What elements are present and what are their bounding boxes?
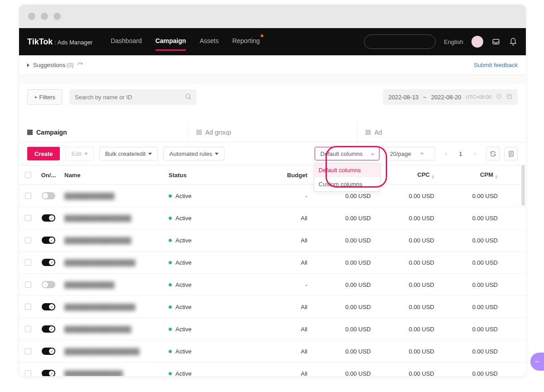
col-header-cpc[interactable]: CPC	[382, 171, 445, 179]
campaign-name[interactable]: ████████████	[64, 193, 115, 199]
col-header-cpm[interactable]: CPM	[445, 171, 509, 179]
table-header-row: On/... Name Status Budget CPC CPM	[19, 165, 526, 185]
row-toggle[interactable]: ✓	[42, 370, 55, 376]
row-toggle[interactable]: ✓	[42, 348, 55, 355]
nav-campaign[interactable]: Campaign	[155, 37, 186, 46]
status-dot-icon	[169, 239, 172, 242]
row-checkbox[interactable]	[25, 193, 31, 199]
bulk-create-button[interactable]: Bulk create/edit	[99, 147, 158, 160]
status-text: Active	[175, 281, 191, 288]
tab-adgroup-label: Ad group	[205, 129, 231, 136]
traffic-light-zoom[interactable]	[53, 13, 61, 20]
date-sep: ~	[423, 94, 427, 101]
status-text: Active	[175, 259, 191, 266]
row-checkbox[interactable]	[25, 215, 31, 221]
pager-next-button[interactable]: ›	[469, 147, 481, 160]
table-row: ✓█████████████████ActiveAll0.00 USD0.00 …	[19, 252, 526, 274]
filters-button-label: Filters	[39, 94, 55, 101]
automated-rules-button[interactable]: Automated rules	[163, 147, 224, 160]
columns-selector[interactable]: Default columns Default columns Custom c…	[315, 147, 379, 160]
export-button[interactable]	[504, 147, 518, 160]
row-toggle[interactable]: ✓	[42, 237, 55, 244]
pager-prev-button[interactable]: ‹	[440, 147, 452, 160]
date-from: 2022-08-13	[389, 94, 419, 101]
rules-label: Automated rules	[169, 150, 212, 157]
svg-point-6	[537, 361, 538, 362]
row-checkbox[interactable]	[25, 304, 31, 310]
row-toggle[interactable]: ✓	[42, 192, 55, 199]
svg-point-7	[538, 361, 539, 362]
columns-option-default[interactable]: Default columns	[314, 163, 380, 177]
cpc-value: 0.00 USD	[382, 237, 445, 244]
campaign-name[interactable]: ████████████████	[64, 326, 131, 333]
row-checkbox[interactable]	[25, 326, 31, 332]
level-tabs: Campaign Ad group Ad	[19, 122, 526, 142]
edit-button[interactable]: Edit	[65, 147, 93, 160]
date-to: 2022-08-20	[431, 94, 461, 101]
row-toggle[interactable]: ✓	[42, 259, 55, 266]
language-selector[interactable]: English	[444, 39, 463, 45]
table-scrollbar[interactable]	[521, 165, 525, 376]
row-checkbox[interactable]	[25, 348, 31, 354]
notification-dot-icon	[261, 34, 263, 37]
scrollbar-thumb[interactable]	[521, 165, 525, 206]
bulk-label: Bulk create/edit	[105, 150, 146, 157]
status-dot-icon	[169, 305, 172, 309]
cost-value: 0.00 USD	[318, 326, 382, 333]
page-size-selector[interactable]: 20/page	[384, 147, 435, 160]
campaign-name[interactable]: ████████████	[64, 281, 115, 288]
columns-dropdown: Default columns Custom columns	[314, 163, 380, 192]
tab-ad[interactable]: Ad	[357, 122, 526, 142]
search-input[interactable]	[69, 89, 196, 105]
bell-icon[interactable]	[509, 37, 518, 46]
traffic-light-minimize[interactable]	[41, 13, 48, 20]
chevron-down-icon	[215, 153, 219, 155]
user-avatar[interactable]	[471, 36, 483, 48]
cost-value: 0.00 USD	[318, 370, 382, 377]
table-row: ✓██████████████ActiveAll0.00 USD0.00 USD…	[19, 363, 526, 376]
campaign-name[interactable]: ██████████████	[64, 370, 123, 377]
select-all-checkbox[interactable]	[25, 172, 31, 178]
campaign-name[interactable]: █████████████████	[64, 304, 136, 310]
chat-fab-button[interactable]	[530, 353, 544, 371]
cpc-value: 0.00 USD	[382, 370, 445, 377]
row-checkbox[interactable]	[25, 259, 31, 266]
cost-value: 0.00 USD	[318, 193, 382, 199]
nav-dashboard[interactable]: Dashboard	[111, 37, 142, 46]
columns-option-custom[interactable]: Custom columns	[314, 177, 380, 191]
row-checkbox[interactable]	[25, 237, 31, 243]
submit-feedback-link[interactable]: Submit feedback	[474, 62, 518, 68]
row-toggle[interactable]: ✓	[42, 325, 55, 333]
refresh-button[interactable]	[486, 147, 500, 160]
page-size-label: 20/page	[390, 150, 411, 157]
row-checkbox[interactable]	[25, 370, 31, 376]
table-row: ✓████████████████ActiveAll0.00 USD0.00 U…	[19, 207, 526, 229]
inbox-icon[interactable]	[491, 37, 500, 46]
campaign-name[interactable]: ████████████████	[64, 237, 131, 244]
row-checkbox[interactable]	[25, 281, 31, 288]
cpm-value: 0.00 USD	[445, 193, 509, 199]
nav-reporting[interactable]: Reporting	[232, 37, 260, 46]
nav-reporting-label: Reporting	[232, 37, 260, 44]
cost-value: 0.00 USD	[318, 215, 382, 222]
date-range-picker[interactable]: 2022-08-13 ~ 2022-08-20 UTC+08:00	[383, 89, 518, 105]
cpm-value: 0.00 USD	[445, 326, 509, 333]
folder-icon	[27, 130, 33, 135]
row-toggle[interactable]: ✓	[42, 303, 55, 310]
chevron-right-icon[interactable]	[27, 63, 29, 67]
budget-value: All	[268, 370, 318, 377]
campaign-name[interactable]: ████████████████	[64, 215, 131, 222]
campaign-name[interactable]: █████████████████	[64, 259, 136, 266]
create-button[interactable]: Create	[27, 147, 60, 160]
global-search-input[interactable]	[364, 34, 436, 49]
row-toggle[interactable]: ✓	[42, 281, 55, 288]
tab-campaign[interactable]: Campaign	[19, 122, 188, 142]
brand-suffix: : Ads Manager	[54, 39, 92, 46]
traffic-light-close[interactable]	[28, 13, 35, 20]
row-toggle[interactable]: ✓	[42, 214, 55, 222]
refresh-suggestions-icon[interactable]	[77, 62, 83, 68]
tab-adgroup[interactable]: Ad group	[188, 122, 357, 142]
filters-button[interactable]: + Filters	[27, 89, 62, 105]
nav-assets[interactable]: Assets	[199, 37, 219, 46]
campaign-name[interactable]: ██████████████████	[64, 348, 140, 355]
